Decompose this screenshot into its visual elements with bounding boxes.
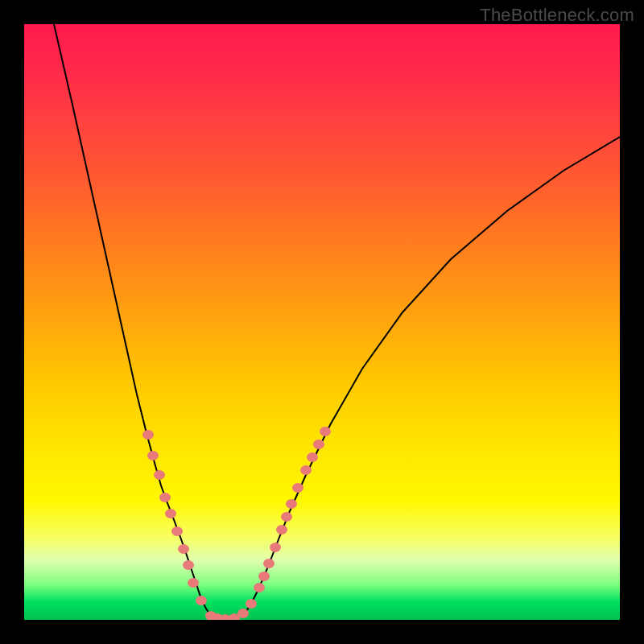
- data-marker: [188, 578, 199, 588]
- data-marker: [212, 613, 223, 620]
- data-marker: [220, 614, 231, 620]
- data-marker: [229, 613, 240, 620]
- data-marker: [258, 572, 270, 581]
- data-marker: [165, 509, 176, 518]
- data-marker: [281, 512, 292, 522]
- chart-container: TheBottleneck.com: [0, 0, 644, 644]
- chart-svg: [24, 24, 620, 620]
- watermark-text: TheBottleneck.com: [480, 5, 634, 26]
- curve-right: [245, 137, 620, 613]
- data-marker: [263, 559, 275, 568]
- curve-valley: [200, 594, 245, 619]
- data-marker: [320, 427, 331, 436]
- data-marker: [178, 544, 189, 554]
- data-marker: [183, 560, 194, 570]
- data-marker: [276, 525, 287, 535]
- data-marker: [313, 440, 324, 449]
- data-marker: [159, 493, 171, 502]
- plot-area: [24, 24, 620, 620]
- data-marker: [254, 583, 265, 592]
- data-marker: [147, 451, 159, 460]
- data-marker: [300, 465, 312, 475]
- marker-group: [142, 427, 331, 620]
- data-marker: [286, 499, 297, 509]
- data-marker: [205, 611, 217, 620]
- curve-left: [54, 24, 200, 594]
- data-marker: [142, 430, 154, 440]
- data-marker: [196, 596, 207, 605]
- data-marker: [237, 609, 249, 618]
- data-marker: [270, 543, 281, 552]
- data-marker: [171, 526, 183, 536]
- data-marker: [292, 483, 303, 493]
- data-marker: [154, 470, 165, 480]
- data-marker: [307, 452, 318, 462]
- data-marker: [246, 599, 257, 609]
